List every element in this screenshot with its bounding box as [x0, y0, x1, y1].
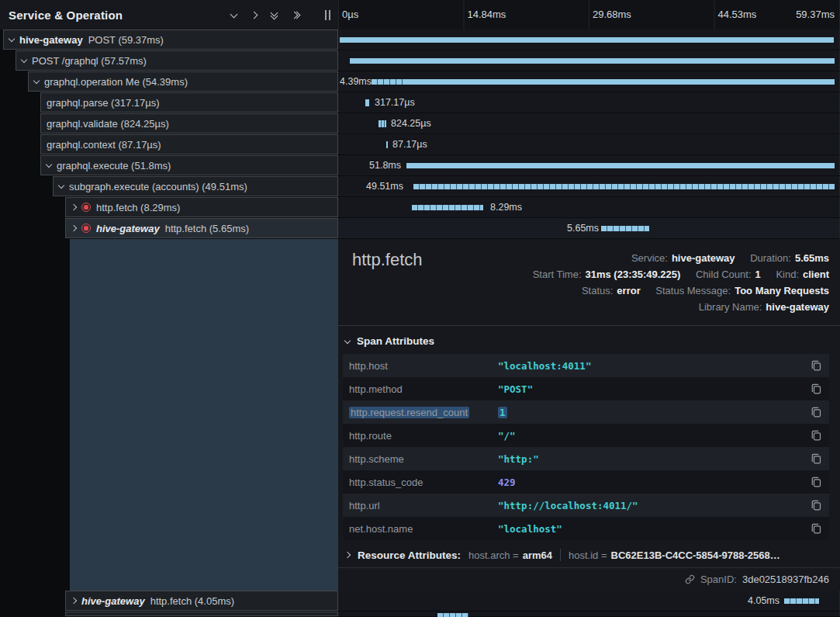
- copy-icon[interactable]: [811, 430, 821, 441]
- duration-label: 824.25µs: [391, 118, 431, 129]
- detail-left-gutter: [0, 239, 338, 591]
- double-chevron-down-icon[interactable]: [271, 12, 277, 19]
- span-duration-bar[interactable]: [379, 120, 386, 127]
- chevron-right-icon[interactable]: [251, 11, 258, 19]
- status-value: error: [617, 285, 640, 296]
- span-row-selected: hive-gateway http.fetch (5.65ms) 5.65ms: [0, 218, 840, 239]
- link-icon[interactable]: [685, 574, 695, 584]
- chevron-right-icon[interactable]: [71, 598, 77, 604]
- copy-icon[interactable]: [811, 383, 821, 394]
- span-attributes-section-header[interactable]: Span Attributes: [338, 326, 840, 354]
- chevron-down-icon[interactable]: [33, 78, 40, 84]
- detail-footer: SpanID: 3de02518937fb246: [338, 567, 840, 591]
- span-detail-row: http.fetch Service:hive-gateway Duration…: [0, 239, 840, 591]
- resource-attributes-row[interactable]: Resource Attributes: host.arch =arm64 ho…: [338, 540, 840, 567]
- span-duration-bar[interactable]: [365, 99, 369, 106]
- tree-row-http-fetch-4ms[interactable]: hive-gateway http.fetch (4.05ms): [65, 591, 338, 611]
- chevron-down-icon[interactable]: [230, 10, 238, 18]
- span-label: http.fetch (5.65ms): [165, 223, 249, 234]
- span-duration-bar[interactable]: [406, 163, 835, 168]
- axis-tick: 59.37ms: [796, 9, 835, 20]
- attribute-key: http.host: [349, 360, 498, 372]
- span-duration-bar[interactable]: [784, 598, 819, 604]
- span-label: POST /graphql (57.57ms): [32, 55, 147, 67]
- attribute-key: http.method: [349, 383, 498, 395]
- span-duration-bar[interactable]: [372, 79, 403, 85]
- tree-row-hive-gateway-post[interactable]: hive-gateway POST (59.37ms): [3, 29, 338, 50]
- timeline-track: 51.8ms: [338, 155, 840, 175]
- span-duration-bar[interactable]: [437, 613, 468, 617]
- selected-span-expansion: [70, 239, 338, 591]
- span-duration-bar[interactable]: [413, 184, 835, 189]
- span-duration-bar[interactable]: [340, 37, 834, 43]
- attribute-value: 429: [498, 477, 804, 488]
- attribute-value: "http://localhost:4011/": [498, 500, 804, 511]
- timeline-track: [338, 50, 840, 71]
- span-label: http.fetch (4.05ms): [150, 595, 234, 607]
- attribute-value: 1: [498, 407, 804, 418]
- span-row: POST /graphql (57.57ms): [0, 50, 840, 71]
- copy-icon[interactable]: [811, 523, 821, 534]
- span-row: graphql.parse (317.17µs) 317.17µs: [0, 92, 840, 113]
- span-row: hive-gateway http.fetch (4.05ms) 4.05ms: [0, 591, 840, 612]
- tree-row-graphql-parse[interactable]: graphql.parse (317.17µs): [40, 92, 338, 113]
- duration-label: 49.51ms: [366, 181, 403, 192]
- chevron-down-icon[interactable]: [58, 182, 64, 189]
- double-chevron-right-icon[interactable]: [292, 12, 299, 18]
- span-duration-bar[interactable]: [386, 141, 388, 148]
- copy-icon[interactable]: [811, 453, 821, 464]
- chevron-down-icon[interactable]: [344, 337, 351, 343]
- tree-row-subgraph-execute[interactable]: subgraph.execute (accounts) (49.51ms): [53, 176, 338, 196]
- timeline-track: 8.29ms: [338, 197, 840, 217]
- tree-row-partial[interactable]: [65, 612, 338, 616]
- tree-row-graphql-operation[interactable]: graphql.operation Me (54.39ms): [28, 71, 338, 92]
- span-label: graphql.context (87.17µs): [47, 139, 161, 151]
- timeline-track: 49.51ms: [338, 176, 840, 196]
- attribute-key: net.host.name: [349, 523, 498, 535]
- child-count-value: 1: [755, 269, 761, 280]
- span-duration-bar[interactable]: [601, 226, 649, 231]
- span-row: hive-gateway POST (59.37ms): [0, 29, 840, 50]
- copy-icon[interactable]: [811, 407, 821, 418]
- span-duration-bar[interactable]: [403, 79, 835, 85]
- attribute-key: http.request.resend_count: [349, 407, 498, 418]
- library-name-label: Library Name:: [699, 301, 762, 313]
- axis-tick: 0µs: [342, 9, 358, 20]
- attribute-value: "/": [498, 430, 804, 442]
- attribute-row: http.method "POST": [343, 377, 829, 400]
- tree-row-http-fetch-5ms[interactable]: hive-gateway http.fetch (5.65ms): [65, 218, 338, 238]
- panel-title: Service & Operation: [9, 9, 123, 22]
- timeline-track: 4.39ms: [338, 71, 840, 92]
- panel-resize-handle[interactable]: [325, 10, 330, 20]
- tree-row-graphql-execute[interactable]: graphql.execute (51.8ms): [40, 155, 338, 175]
- tree-row-http-fetch-8ms[interactable]: http.fetch (8.29ms): [65, 197, 338, 217]
- chevron-right-icon[interactable]: [71, 204, 77, 210]
- duration-label: 51.8ms: [369, 160, 401, 171]
- copy-icon[interactable]: [811, 477, 821, 487]
- copy-icon[interactable]: [811, 500, 821, 511]
- kind-value: client: [803, 269, 829, 280]
- tree-header-controls: [231, 10, 332, 20]
- span-duration-bar[interactable]: [350, 58, 835, 64]
- axis-tick: 29.68ms: [593, 9, 631, 20]
- tree-row-graphql-validate[interactable]: graphql.validate (824.25µs): [40, 113, 338, 133]
- span-row: graphql.context (87.17µs) 87.17µs: [0, 134, 840, 155]
- header: Service & Operation 0µs 14.84ms 29.68ms …: [0, 0, 840, 29]
- chevron-down-icon[interactable]: [21, 57, 27, 63]
- detail-header: http.fetch Service:hive-gateway Duration…: [338, 239, 840, 318]
- chevron-down-icon[interactable]: [9, 36, 15, 42]
- attribute-row: http.route "/": [343, 424, 829, 447]
- copy-icon[interactable]: [811, 360, 821, 371]
- span-duration-bar[interactable]: [412, 205, 483, 210]
- resource-attr-value: BC62E13B-C4CC-5854-9788-2568…: [611, 549, 780, 561]
- chevron-down-icon[interactable]: [46, 161, 52, 168]
- attribute-key: http.scheme: [349, 453, 498, 465]
- tree-row-graphql-context[interactable]: graphql.context (87.17µs): [40, 134, 338, 154]
- chevron-right-icon[interactable]: [71, 225, 77, 231]
- service-name: hive-gateway: [81, 595, 145, 607]
- attribute-row: http.scheme "http:": [343, 447, 829, 470]
- duration-label: 4.39ms: [340, 76, 372, 87]
- span-attributes-table: http.host "localhost:4011" http.method "…: [343, 354, 829, 540]
- chevron-right-icon[interactable]: [344, 552, 351, 558]
- tree-row-post-graphql[interactable]: POST /graphql (57.57ms): [16, 50, 338, 71]
